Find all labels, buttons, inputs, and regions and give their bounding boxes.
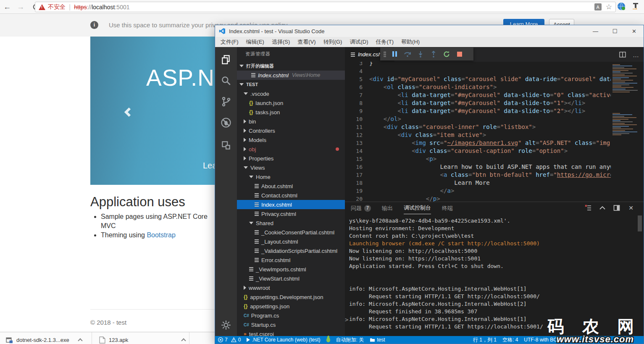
open-editors-header[interactable]: 打开的编辑器 [237, 61, 345, 71]
split-editor-icon[interactable] [619, 51, 626, 58]
download-item[interactable]: 123.apk [99, 335, 185, 344]
open-editor-item[interactable]: Index.cshtml Views\Home [237, 71, 345, 80]
translate-icon[interactable]: A [594, 3, 602, 11]
tree-item[interactable]: Contact.cshtml [237, 191, 345, 200]
tree-item[interactable]: _Layout.cshtml [237, 237, 345, 246]
folder-status[interactable]: test [367, 336, 388, 344]
minimize-button[interactable]: — [586, 25, 605, 37]
code-line: 3} [345, 62, 644, 67]
menubar-item[interactable]: 选择(S) [268, 37, 294, 47]
tree-item[interactable]: About.cshtml [237, 181, 345, 191]
console-prompt[interactable]: > [345, 316, 348, 323]
console-line: ys\key-bf208aa8-e72e-4db4-ba59-e4225cae1… [349, 217, 635, 225]
panel-tab-调试控制台[interactable]: 调试控制台 [404, 202, 431, 214]
minimap-line [612, 126, 629, 127]
tree-item[interactable]: Index.cshtml [237, 200, 345, 209]
tree-item-label: appsettings.Development.json [250, 294, 323, 300]
extension-globe-icon[interactable] [617, 2, 627, 12]
tree-item[interactable]: Models [237, 135, 345, 144]
maximize-button[interactable]: ☐ [605, 25, 624, 37]
minimap[interactable] [611, 62, 644, 202]
chevron-up-icon[interactable] [181, 338, 186, 343]
minimap-line [612, 84, 629, 85]
tree-item[interactable]: _ViewImports.cshtml [237, 265, 345, 274]
problems-status[interactable]: 7 0 [215, 336, 244, 344]
extensions-icon[interactable] [215, 136, 237, 155]
source-control-icon[interactable] [215, 92, 237, 111]
menubar-item[interactable]: 转到(G) [320, 37, 346, 47]
close-panel-icon[interactable]: ✕ [628, 205, 634, 211]
file-lines-icon [251, 73, 255, 74]
pause-button[interactable] [390, 50, 399, 59]
vscode-titlebar[interactable]: Index.cshtml - test - Visual Studio Code… [215, 25, 644, 37]
panel-maximize-chevron-icon[interactable] [599, 205, 606, 211]
bootstrap-link[interactable]: Bootstrap [147, 231, 175, 239]
console-scrollbar[interactable] [638, 215, 642, 231]
debug-icon[interactable] [215, 113, 237, 132]
debug-toolbar-drag-handle[interactable] [384, 51, 386, 57]
tree-item[interactable]: {}tasks.json [237, 108, 345, 117]
tree-item[interactable]: {}appsettings.json [237, 302, 345, 311]
cursor-position-status[interactable]: 行 1，列 1 [470, 336, 499, 344]
clear-console-icon[interactable] [585, 205, 591, 211]
panel-tab-label: 问题 [351, 205, 362, 212]
panel-tab-终端[interactable]: 终端 [442, 202, 453, 214]
panel-tab-问题[interactable]: 问题7 [351, 202, 371, 214]
menubar-item[interactable]: 任务(T) [372, 37, 397, 47]
download-item[interactable]: dotnet-sdk-2.1.3...exe [6, 335, 82, 344]
tree-item[interactable]: Views [237, 163, 345, 172]
code-line: 14 <div class="carousel-caption" role="o… [345, 147, 644, 155]
project-section-header[interactable]: TEST [237, 80, 345, 89]
more-actions-icon[interactable]: … [633, 51, 639, 58]
restart-button[interactable] [442, 50, 451, 59]
tree-item[interactable]: Shared [237, 218, 345, 228]
tree-item[interactable]: wwwroot [237, 283, 345, 292]
tree-item[interactable]: Privacy.cshtml [237, 209, 345, 218]
settings-gear-icon[interactable] [215, 316, 237, 334]
bookmark-star-icon[interactable]: ☆ [606, 3, 612, 11]
panel-tab-输出[interactable]: 输出 [382, 202, 393, 214]
extension-tool-icon[interactable] [631, 2, 641, 12]
tree-item[interactable]: obj [237, 144, 345, 154]
back-button[interactable]: ← [2, 1, 13, 12]
tree-item[interactable]: C#Startup.cs [237, 320, 345, 329]
code-editor[interactable]: 3}45<div id="myCarousel" class="carousel… [345, 62, 644, 202]
debug-launch-status[interactable]: .NET Core Launch (web) (test) [244, 336, 323, 344]
address-bar[interactable]: 不安全 | https ://localhost:5001 A ☆ [35, 2, 616, 12]
tree-item[interactable]: _CookieConsentPartial.cshtml [237, 228, 345, 237]
chevron-expanded-icon [244, 166, 248, 169]
chevron-up-icon[interactable] [78, 338, 82, 343]
minimap-line [612, 70, 628, 71]
explorer-icon[interactable] [215, 50, 237, 69]
tree-item-label: Shared [256, 220, 273, 226]
tree-item[interactable]: C#Program.cs [237, 311, 345, 320]
carousel-prev-button[interactable] [123, 107, 133, 117]
tree-item[interactable]: _ValidationScriptsPartial.cshtml [237, 246, 345, 255]
tree-item[interactable]: _ViewStart.cshtml [237, 274, 345, 283]
menubar-item[interactable]: 调试(D) [346, 37, 372, 47]
tree-item[interactable]: Controllers [237, 126, 345, 135]
tree-item[interactable]: bin [237, 117, 345, 126]
menubar-item[interactable]: 查看(V) [294, 37, 319, 47]
step-out-button[interactable] [429, 50, 438, 59]
menubar-item[interactable]: 帮助(H) [397, 37, 423, 47]
tree-item[interactable]: {}appsettings.Development.json [237, 292, 345, 302]
step-over-button[interactable] [403, 50, 412, 59]
stop-button[interactable] [455, 50, 464, 59]
tree-item[interactable]: Error.cshtml [237, 255, 345, 265]
tree-item[interactable]: {}launch.json [237, 98, 345, 108]
forward-button[interactable]: → [15, 1, 26, 12]
step-into-button[interactable] [416, 50, 425, 59]
tree-item[interactable]: Home [237, 172, 345, 181]
menubar-item[interactable]: 编辑(E) [242, 37, 268, 47]
tree-item[interactable]: Properties [237, 154, 345, 163]
close-button[interactable]: ✕ [625, 25, 644, 37]
panel-layout-icon[interactable] [613, 205, 620, 211]
search-icon[interactable] [215, 71, 237, 90]
flame-status[interactable] [323, 336, 333, 344]
indentation-status[interactable]: 空格: 4 [499, 336, 521, 344]
auto-attach-status[interactable]: 自动附加: 关 [333, 336, 367, 344]
tree-item[interactable]: .vscode [237, 89, 345, 98]
console-line: Request finished in 38.9685ms 307 [349, 308, 635, 315]
menubar-item[interactable]: 文件(F) [217, 37, 242, 47]
